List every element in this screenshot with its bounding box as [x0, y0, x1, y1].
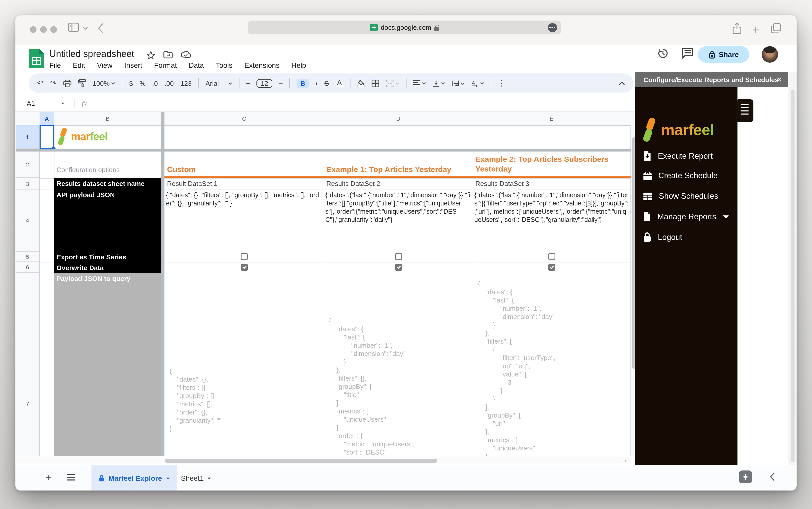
scroll-right-icon[interactable]: › [624, 457, 626, 464]
tab-overview-icon[interactable] [771, 23, 781, 33]
new-tab-icon[interactable]: + [752, 23, 759, 37]
cell-c2[interactable]: Custom [164, 151, 322, 176]
cell-e3[interactable]: Results DataSet 3 [476, 180, 529, 188]
cell-b7-bg[interactable]: Payload JSON to query [54, 273, 161, 456]
tab-sheet1[interactable]: Sheet1 [181, 465, 212, 490]
cell-d2[interactable]: Example 1: Top Articles Yesterday [324, 151, 471, 176]
all-sheets-icon[interactable] [67, 474, 75, 481]
label-block[interactable]: Results dataset sheet name API payload J… [54, 178, 161, 273]
scroll-left-icon[interactable]: ‹ [616, 457, 618, 464]
chevron-down-icon[interactable] [61, 102, 65, 105]
cell-b2[interactable]: Configuration options [54, 151, 161, 176]
cloud-saved-icon[interactable] [181, 51, 191, 58]
zoom-select[interactable]: 100% [93, 79, 116, 87]
move-folder-icon[interactable] [163, 51, 173, 59]
avatar[interactable] [761, 46, 778, 63]
checkbox-e6-overwrite-data[interactable] [548, 264, 555, 271]
horizontal-scrollbar[interactable]: ‹ › [16, 456, 636, 464]
decrease-font-size-button[interactable]: − [246, 79, 250, 87]
col-header-d[interactable]: D [324, 112, 473, 126]
redo-button[interactable]: ↷ [50, 78, 57, 88]
increase-font-size-button[interactable]: + [279, 79, 283, 87]
menu-insert[interactable]: Insert [124, 61, 142, 69]
print-button[interactable] [63, 79, 71, 87]
menu-file[interactable]: File [49, 61, 61, 69]
cell-b3[interactable]: Results dataset sheet name [54, 178, 161, 190]
row-header-2[interactable]: 2 [16, 151, 39, 178]
text-rotation-button[interactable]: A [471, 80, 484, 87]
share-button[interactable]: Share [698, 46, 749, 63]
gemini-sparkle-icon[interactable] [739, 471, 752, 483]
chevron-down-icon[interactable] [83, 27, 88, 30]
paint-format-button[interactable] [78, 79, 86, 87]
sidebar-toggle-icon[interactable] [68, 23, 79, 32]
cell-d4[interactable]: {"dates":{"last":{"number":"1","dimensio… [325, 191, 471, 224]
row-header-7[interactable]: 7 [16, 273, 39, 456]
version-history-icon[interactable] [657, 47, 669, 60]
cell-e7[interactable]: { "dates": { "last": { "number": "1", "d… [478, 280, 555, 456]
sidebar-menu-toggle[interactable] [736, 99, 753, 122]
cell-c3[interactable]: Result DataSet 1 [167, 180, 218, 188]
sidebar-item-execute-report[interactable]: Execute Report [643, 151, 713, 161]
horizontal-scrollbar-thumb[interactable] [165, 459, 437, 463]
row-header-6[interactable]: 6 [16, 262, 39, 273]
cell-b6[interactable]: Overwrite Data [57, 264, 104, 272]
horizontal-align-button[interactable] [413, 80, 426, 86]
sidebar-item-create-schedule[interactable]: Create Schedule [643, 171, 718, 180]
sidebar-close-icon[interactable]: ✕ [776, 75, 782, 84]
checkbox-e5-export-time-series[interactable] [548, 253, 555, 260]
zoom-window-button[interactable] [51, 26, 57, 33]
undo-button[interactable]: ↶ [37, 78, 43, 88]
menu-data[interactable]: Data [189, 61, 204, 69]
address-bar[interactable]: docs.google.com ••• [248, 21, 561, 34]
add-sheet-button[interactable]: + [45, 472, 51, 484]
vertical-align-button[interactable] [433, 80, 445, 87]
menu-edit[interactable]: Edit [73, 61, 85, 69]
col-header-a[interactable]: A [39, 112, 55, 126]
checkbox-c5-export-time-series[interactable] [241, 253, 248, 260]
cell-e4[interactable]: {"dates":{"last":{"number":"1","dimensio… [474, 191, 629, 224]
corner-box[interactable] [16, 112, 40, 126]
sheets-logo[interactable] [29, 49, 44, 68]
cell-d7[interactable]: { "dates": { "last": { "number": "1", "d… [329, 317, 415, 456]
col-header-c[interactable]: C [164, 112, 324, 126]
chevron-down-icon[interactable] [207, 477, 212, 479]
bold-button[interactable]: B [297, 79, 309, 88]
selection-a1[interactable] [39, 125, 54, 149]
col-header-b[interactable]: B [54, 112, 162, 126]
merge-cells-button[interactable] [386, 79, 399, 87]
row-header-3[interactable]: 3 [16, 178, 39, 190]
fill-color-button[interactable] [357, 79, 365, 87]
row-header-1[interactable]: 1 [16, 125, 39, 149]
cell-e2[interactable]: Example 2: Top Articles Subscribers Yest… [473, 151, 628, 176]
sidebar-item-show-schedules[interactable]: Show Schedules [643, 192, 718, 201]
minimize-window-button[interactable] [40, 26, 47, 33]
col-header-e[interactable]: E [473, 112, 630, 126]
currency-format-button[interactable]: $ [129, 79, 133, 87]
row-header-4[interactable]: 4 [16, 190, 39, 252]
text-color-button[interactable]: A [335, 79, 343, 87]
star-icon[interactable] [147, 51, 155, 60]
name-box[interactable]: A1 [27, 100, 58, 107]
borders-button[interactable] [371, 79, 379, 87]
decrease-decimals-button[interactable]: .0 [152, 79, 158, 87]
font-size-input[interactable]: 12 [257, 79, 272, 88]
increase-decimals-button[interactable]: .00 [164, 79, 174, 87]
menu-extensions[interactable]: Extensions [245, 61, 280, 69]
tab-marfeel-explore[interactable]: Marfeel Explore [92, 465, 177, 490]
back-icon[interactable] [98, 23, 104, 33]
menu-help[interactable]: Help [291, 61, 306, 69]
share-page-icon[interactable] [732, 23, 742, 34]
show-side-panel-icon[interactable] [770, 472, 775, 481]
sidebar-item-manage-reports[interactable]: Manage Reports [643, 212, 728, 222]
strikethrough-button[interactable]: S [324, 79, 329, 87]
chevron-down-icon[interactable] [166, 477, 170, 479]
sidebar-item-logout[interactable]: Logout [643, 232, 682, 242]
reader-options-icon[interactable]: ••• [548, 23, 557, 32]
cell-c7[interactable]: { "dates": {}, "filters": [], "groupBy":… [170, 367, 222, 433]
percent-format-button[interactable]: % [139, 79, 145, 87]
frozen-row-divider[interactable] [16, 149, 636, 151]
cell-b4[interactable]: API payload JSON [54, 190, 161, 199]
row-header-5[interactable]: 5 [16, 252, 39, 262]
cell-b5[interactable]: Export as Time Series [57, 253, 126, 261]
